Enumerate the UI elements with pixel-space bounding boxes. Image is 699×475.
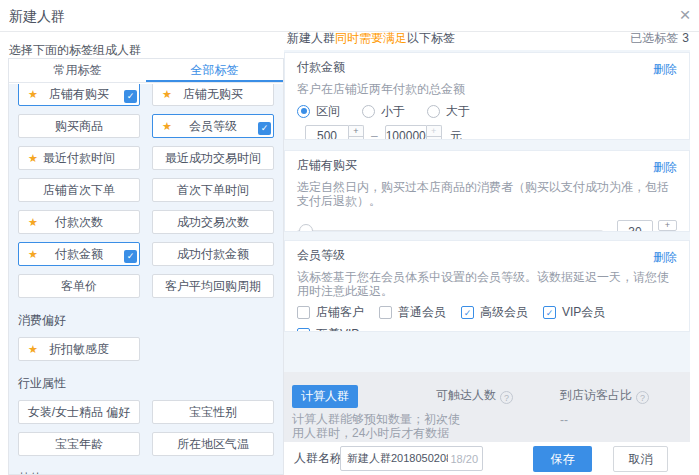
unit-label: 元: [450, 128, 462, 141]
tag-library-panel: 常用标签 全部标签 ★店铺有购买✓ ★店铺无购买 购买商品 ★会员等级✓ ★最近…: [8, 58, 284, 475]
reachable-count-label: 可触达人数?: [436, 387, 513, 404]
radio-selected-icon: [297, 105, 310, 118]
highlight-text: 同时需要满足: [335, 31, 407, 45]
section-header-industry: 行业属性: [18, 375, 274, 392]
tag-item[interactable]: ★会员等级✓: [152, 114, 274, 138]
tag-item[interactable]: 女装/女士精品 偏好: [18, 400, 140, 424]
tag-item[interactable]: 所在地区气温: [152, 432, 274, 456]
card-description: 选定自然日内，购买过本店商品的消费者（购买以支付成功为准，包括支付后退款）。: [297, 180, 677, 208]
star-icon: ★: [162, 87, 172, 101]
tag-item[interactable]: ★最近付款时间: [18, 146, 140, 170]
store-visit-ratio-label: 到店访客占比?: [560, 387, 649, 404]
left-subtitle: 选择下面的标签组成人群: [9, 42, 141, 59]
checkbox-supreme-vip[interactable]: ✓至尊VIP: [297, 326, 359, 333]
radio-icon: [427, 105, 440, 118]
plus-icon[interactable]: +: [349, 125, 364, 136]
reachable-count-value: --: [436, 413, 444, 427]
plus-icon[interactable]: +: [427, 125, 442, 136]
days-stepper[interactable]: +−: [658, 220, 677, 233]
tag-item[interactable]: 宝宝年龄: [18, 432, 140, 456]
star-icon: ★: [28, 342, 38, 356]
minus-icon[interactable]: −: [427, 136, 442, 140]
checkbox-icon: ✓: [297, 306, 310, 319]
tag-item[interactable]: ★付款金额✓: [18, 242, 140, 266]
tag-item[interactable]: 店铺首次下单: [18, 178, 140, 202]
delete-link[interactable]: 删除: [653, 249, 677, 266]
tag-item[interactable]: 首次下单时间: [152, 178, 274, 202]
page-title: 新建人群: [9, 8, 65, 26]
card-payment-amount: 付款金额 删除 客户在店铺近两年付款的总金额 区间 小于 大于 500 +− –…: [284, 52, 690, 140]
tag-item[interactable]: ★付款次数: [18, 210, 140, 234]
tag-item[interactable]: ★店铺无购买: [152, 84, 274, 106]
min-amount-input[interactable]: 500: [305, 125, 349, 140]
star-icon: ★: [28, 215, 38, 229]
selected-tag-cards: 付款金额 删除 客户在店铺近两年付款的总金额 区间 小于 大于 500 +− –…: [284, 50, 690, 372]
max-amount-input[interactable]: 100000: [385, 125, 427, 140]
checkbox-icon: ✓: [379, 306, 392, 319]
range-separator: –: [371, 129, 378, 140]
create-audience-dialog: 新建人群 × 选择下面的标签组成人群 常用标签 全部标签 ★店铺有购买✓ ★店铺…: [0, 0, 699, 475]
days-slider[interactable]: [297, 230, 603, 232]
tag-tabs: 常用标签 全部标签: [9, 59, 283, 83]
calculation-panel: 计算人群 计算人群能够预知数量；初次使用人群时，24小时后才有数据 可触达人数?…: [284, 372, 690, 442]
tab-common-tags[interactable]: 常用标签: [9, 59, 146, 82]
tag-item[interactable]: 购买商品: [18, 114, 140, 138]
audience-name-label: 人群名称: [294, 442, 342, 474]
store-visit-ratio-value: --: [560, 413, 568, 427]
checkbox-vip-member[interactable]: ✓VIP会员: [543, 304, 605, 321]
radio-option-range[interactable]: 区间: [297, 103, 340, 120]
checkbox-senior-member[interactable]: ✓高级会员: [461, 304, 543, 321]
star-icon: ★: [28, 151, 38, 165]
dialog-footer: 人群名称 新建人群2018050208475 18/20 保存 取消: [284, 442, 699, 475]
slider-handle[interactable]: [299, 224, 313, 232]
radio-option-greater-than[interactable]: 大于: [427, 103, 470, 120]
tag-item[interactable]: 客户平均回购周期: [152, 274, 274, 298]
radio-icon: [362, 105, 375, 118]
checkbox-shop-customer[interactable]: ✓店铺客户: [297, 304, 379, 321]
checkbox-checked-icon: ✓: [258, 122, 271, 135]
star-icon: ★: [162, 119, 172, 133]
tag-item[interactable]: 最近成功交易时间: [152, 146, 274, 170]
card-title: 会员等级: [297, 247, 677, 263]
star-icon: ★: [28, 87, 38, 101]
section-header-other: 其他: [18, 470, 274, 474]
card-description: 该标签基于您在会员体系中设置的会员等级。该数据延迟一天，请您使用时注意此延迟。: [297, 270, 677, 298]
checkbox-checked-icon: ✓: [124, 90, 137, 103]
help-icon[interactable]: ?: [500, 391, 513, 404]
checkbox-checked-icon: ✓: [297, 328, 310, 333]
max-amount-stepper[interactable]: +−: [427, 125, 442, 140]
min-amount-stepper[interactable]: +−: [349, 125, 364, 140]
close-icon[interactable]: ×: [674, 4, 696, 26]
days-value-input[interactable]: 30: [617, 220, 653, 232]
tag-item[interactable]: ★折扣敏感度: [18, 337, 140, 361]
plus-icon[interactable]: +: [658, 220, 677, 231]
delete-link[interactable]: 删除: [653, 159, 677, 176]
card-member-level: 会员等级 删除 该标签基于您在会员体系中设置的会员等级。该数据延迟一天，请您使用…: [284, 240, 690, 332]
selected-tags-count: 已选标签3: [630, 30, 689, 47]
tag-item[interactable]: 客单价: [18, 274, 140, 298]
audience-name-input[interactable]: 新建人群2018050208475 18/20: [340, 446, 483, 471]
tag-item[interactable]: 成功交易次数: [152, 210, 274, 234]
cancel-button[interactable]: 取消: [613, 446, 668, 472]
checkbox-checked-icon: ✓: [543, 306, 556, 319]
minus-icon[interactable]: −: [349, 136, 364, 140]
checkbox-checked-icon: ✓: [461, 306, 474, 319]
card-title: 店铺有购买: [297, 157, 677, 173]
card-shop-purchased: 店铺有购买 删除 选定自然日内，购买过本店商品的消费者（购买以支付成功为准，包括…: [284, 150, 690, 232]
tab-all-tags[interactable]: 全部标签: [146, 59, 283, 82]
save-button[interactable]: 保存: [533, 446, 592, 472]
radio-option-less-than[interactable]: 小于: [362, 103, 405, 120]
tag-item[interactable]: 宝宝性别: [152, 400, 274, 424]
checkbox-normal-member[interactable]: ✓普通会员: [379, 304, 461, 321]
card-description: 客户在店铺近两年付款的总金额: [297, 82, 677, 96]
tag-item[interactable]: ★店铺有购买✓: [18, 84, 140, 106]
audience-name-value: 新建人群2018050208475: [347, 451, 448, 466]
right-panel-title: 新建人群同时需要满足以下标签: [287, 30, 455, 47]
tag-item[interactable]: 成功付款金额: [152, 242, 274, 266]
star-icon: ★: [28, 247, 38, 261]
calculate-audience-button[interactable]: 计算人群: [292, 385, 358, 408]
section-header-consumption: 消费偏好: [18, 312, 274, 329]
help-icon[interactable]: ?: [636, 391, 649, 404]
card-title: 付款金额: [297, 59, 677, 75]
delete-link[interactable]: 删除: [653, 61, 677, 78]
